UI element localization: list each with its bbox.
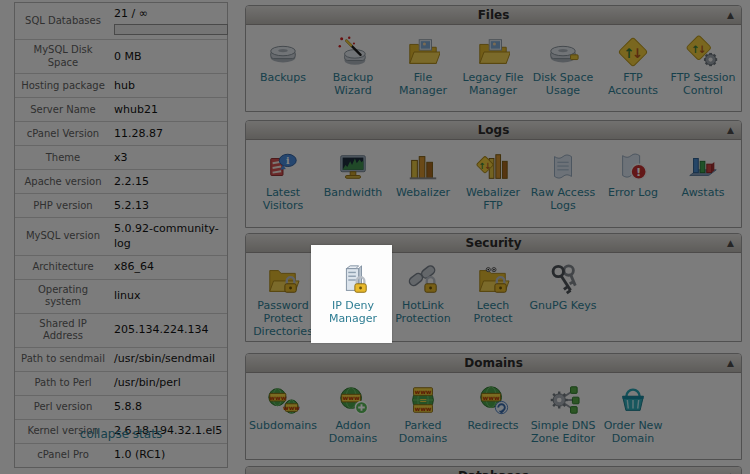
app-item-parked-domains[interactable]: www=wwwParked Domains <box>388 379 458 446</box>
app-item-ftp-accounts[interactable]: ↑↓FTP Accounts <box>598 31 668 98</box>
app-item-hotlink-protection[interactable]: HotLink Protection <box>388 259 458 326</box>
stat-value-text: 1.0 (RC1) <box>114 448 223 462</box>
app-item-raw-access-logs[interactable]: Raw Access Logs <box>528 146 598 213</box>
wizard-icon <box>318 31 388 69</box>
basket-icon <box>598 379 668 417</box>
stat-value: linux <box>107 289 223 303</box>
stat-label: Operating system <box>19 284 107 309</box>
section-content: Password Protect DirectoriesIP Deny Mana… <box>246 253 741 339</box>
stat-value: 11.28.87 <box>107 127 223 141</box>
app-item-file-manager[interactable]: File Manager <box>388 31 458 98</box>
stat-value: 5.0.92-community-log <box>107 222 223 251</box>
section-content: BackupsBackup WizardFile ManagerLegacy F… <box>246 25 741 98</box>
app-item-label: Password Protect Directories <box>248 300 318 339</box>
stat-label: MySQL version <box>19 230 107 243</box>
app-item-gnupg-keys[interactable]: GnuPG Keys <box>528 259 598 313</box>
app-item-addon-domains[interactable]: wwwAddon Domains <box>318 379 388 446</box>
app-item-error-log[interactable]: !Error Log <box>598 146 668 200</box>
svg-text:i: i <box>286 155 290 166</box>
app-item-webalizer[interactable]: Webalizer <box>388 146 458 200</box>
dns-tool-icon <box>528 379 598 417</box>
folder-image-icon <box>458 31 528 69</box>
stats-table: SQL Databases21 / ∞MySQL Disk Space0 MBH… <box>14 2 228 468</box>
section-header-domains[interactable]: Domains▲ <box>246 354 741 373</box>
app-item-leech-protect[interactable]: Leech Protect <box>458 259 528 326</box>
section-content: iLatest VisitorsBandwidthWebalizer↑↓Weba… <box>246 140 741 213</box>
stat-row: Path to Perl/usr/bin/perl <box>15 371 227 395</box>
section-logs: Logs▲iLatest VisitorsBandwidthWebalizer↑… <box>245 120 742 228</box>
stat-row: Shared IP Address205.134.224.134 <box>15 313 227 347</box>
app-item-ftp-session-control[interactable]: ↑↓FTP Session Control <box>668 31 738 98</box>
stat-row: MySQL version5.0.92-community-log <box>15 217 227 255</box>
app-item-webalizer-ftp[interactable]: ↑↓Webalizer FTP <box>458 146 528 213</box>
app-item-backup-wizard[interactable]: Backup Wizard <box>318 31 388 98</box>
app-item-label: Latest Visitors <box>248 187 318 213</box>
app-item-password-protect-directories[interactable]: Password Protect Directories <box>248 259 318 339</box>
app-item-order-new-domain[interactable]: Order New Domain <box>598 379 668 446</box>
stat-value-text: x3 <box>114 151 223 165</box>
collapse-arrow-icon[interactable]: ▲ <box>727 234 734 252</box>
stat-value-text: 2.2.15 <box>114 175 223 189</box>
app-item-label: GnuPG Keys <box>528 300 598 313</box>
app-item-disk-space-usage[interactable]: Disk Space Usage <box>528 31 598 98</box>
stat-row: Server Namewhub21 <box>15 97 227 121</box>
stat-label: PHP version <box>19 200 107 213</box>
stat-row: Hosting packagehub <box>15 73 227 97</box>
section-header-logs[interactable]: Logs▲ <box>246 121 741 140</box>
section-header-files[interactable]: Files▲ <box>246 6 741 25</box>
stat-value-text: /usr/bin/perl <box>114 376 223 390</box>
app-item-simple-dns-zone-editor[interactable]: Simple DNS Zone Editor <box>528 379 598 446</box>
app-item-subdomains[interactable]: wwwwwwSubdomains <box>248 379 318 433</box>
stat-label: Theme <box>19 152 107 165</box>
section-header-databases[interactable]: Databases▲ <box>246 467 741 474</box>
collapse-arrow-icon[interactable]: ▲ <box>727 354 734 372</box>
bars-3d-icon <box>668 146 738 184</box>
app-item-latest-visitors[interactable]: iLatest Visitors <box>248 146 318 213</box>
svg-text:www: www <box>343 394 360 401</box>
stat-value-text: 205.134.224.134 <box>114 323 223 337</box>
app-item-label: IP Deny Manager <box>318 300 388 326</box>
stat-label: Perl version <box>19 401 107 414</box>
app-item-ip-deny-manager[interactable]: IP Deny Manager <box>318 259 388 326</box>
stat-value: 0 MB <box>107 50 223 64</box>
app-item-label: Legacy File Manager <box>458 72 528 98</box>
app-item-label: Awstats <box>668 187 738 200</box>
diamond-gear-icon: ↑↓ <box>668 31 738 69</box>
stat-row: cPanel Version11.28.87 <box>15 121 227 145</box>
svg-text:↓: ↓ <box>698 43 707 55</box>
stat-row: Themex3 <box>15 145 227 169</box>
scroll-error-icon: ! <box>598 146 668 184</box>
collapse-arrow-icon[interactable]: ▲ <box>727 6 734 24</box>
app-item-label: Backup Wizard <box>318 72 388 98</box>
stat-value-text: 5.2.13 <box>114 199 223 213</box>
stat-row: Architecturex86_64 <box>15 255 227 279</box>
bars-icon <box>388 146 458 184</box>
app-item-backups[interactable]: Backups <box>248 31 318 85</box>
stat-value-text: x86_64 <box>114 260 223 274</box>
stat-value: 2.2.15 <box>107 175 223 189</box>
stat-label: Shared IP Address <box>19 318 107 343</box>
collapse-arrow-icon[interactable]: ▲ <box>727 121 734 139</box>
section-title: Logs <box>478 123 510 137</box>
stat-value: /usr/sbin/sendmail <box>107 352 223 366</box>
app-item-redirects[interactable]: wwwRedirects <box>458 379 528 433</box>
globe-plus-icon: www <box>318 379 388 417</box>
svg-text:www: www <box>283 404 300 411</box>
app-item-bandwidth[interactable]: Bandwidth <box>318 146 388 200</box>
stat-value: 5.8.8 <box>107 400 223 414</box>
stat-value-text: /usr/sbin/sendmail <box>114 352 223 366</box>
stat-label: cPanel Version <box>19 128 107 141</box>
collapse-arrow-icon[interactable]: ▲ <box>727 467 734 474</box>
app-item-legacy-file-manager[interactable]: Legacy File Manager <box>458 31 528 98</box>
app-item-label: Disk Space Usage <box>528 72 598 98</box>
section-title: Files <box>478 8 510 22</box>
svg-text:!: ! <box>636 165 641 179</box>
stat-value-text: 21 / ∞ <box>114 7 223 21</box>
app-item-awstats[interactable]: Awstats <box>668 146 738 200</box>
monitor-chart-icon <box>318 146 388 184</box>
collapse-stats-link[interactable]: collapse stats <box>80 427 162 441</box>
stat-value-text: linux <box>114 289 223 303</box>
svg-text:www: www <box>415 405 432 412</box>
stat-label: Hosting package <box>19 80 107 93</box>
section-title: Domains <box>464 356 523 370</box>
